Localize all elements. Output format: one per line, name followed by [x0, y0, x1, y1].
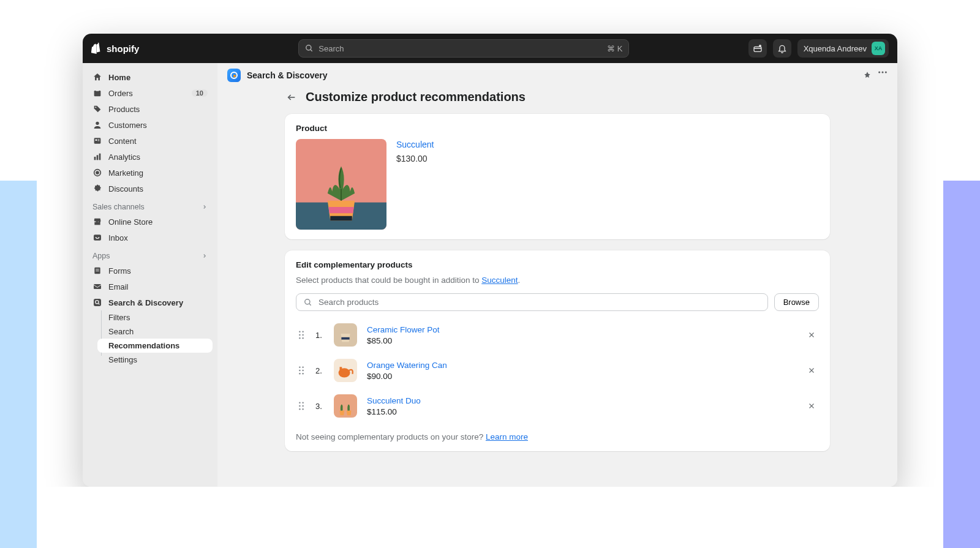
svg-rect-14: [99, 154, 101, 160]
nav-content[interactable]: Content: [88, 133, 213, 149]
nav-orders[interactable]: Orders 10: [88, 85, 213, 101]
email-icon: [92, 282, 102, 291]
svg-point-48: [299, 373, 301, 375]
subnav-filters[interactable]: Filters: [97, 310, 213, 325]
nav-online-store[interactable]: Online Store: [88, 214, 213, 230]
tag-icon: [92, 104, 102, 114]
nav-marketing[interactable]: Marketing: [88, 165, 213, 181]
back-button[interactable]: [285, 91, 298, 104]
close-icon: [808, 367, 815, 374]
mailbox-icon[interactable]: [748, 39, 767, 58]
user-name: Xquenda Andreev: [804, 44, 867, 53]
item-order: 2.: [315, 366, 324, 375]
svg-rect-52: [340, 367, 342, 372]
product-image: [296, 139, 386, 230]
complementary-item: 1. Ceramic Flower Pot$85.00: [296, 317, 819, 353]
svg-point-3: [759, 45, 761, 47]
nav-home[interactable]: Home: [88, 69, 213, 85]
nav-customers[interactable]: Customers: [88, 117, 213, 133]
svg-rect-17: [94, 222, 100, 225]
svg-rect-23: [94, 299, 101, 306]
more-icon[interactable]: [878, 71, 888, 73]
search-icon: [304, 298, 312, 307]
search-shortcut: ⌘ K: [607, 44, 622, 53]
helper-product-link[interactable]: Succulent: [481, 276, 518, 285]
item-link[interactable]: Orange Watering Can: [367, 361, 447, 370]
remove-button[interactable]: [807, 401, 816, 411]
svg-point-60: [302, 408, 304, 410]
item-price: $115.00: [367, 407, 421, 416]
svg-point-49: [302, 373, 304, 375]
orders-icon: [92, 88, 102, 98]
chart-icon: [92, 152, 102, 162]
browse-button[interactable]: Browse: [774, 293, 819, 311]
svg-rect-20: [96, 269, 99, 269]
product-link[interactable]: Succulent: [396, 140, 434, 149]
product-price: $130.00: [396, 154, 434, 163]
svg-rect-18: [94, 235, 101, 240]
svg-point-55: [299, 402, 301, 403]
app-icon: [227, 69, 241, 82]
subnav-settings[interactable]: Settings: [97, 353, 213, 367]
remove-button[interactable]: [807, 330, 816, 340]
svg-rect-13: [97, 155, 99, 160]
item-price: $90.00: [367, 372, 447, 381]
pin-icon[interactable]: [863, 71, 872, 80]
svg-rect-12: [94, 157, 96, 160]
item-link[interactable]: Ceramic Flower Pot: [367, 325, 440, 334]
svg-point-39: [302, 337, 304, 339]
svg-point-45: [302, 366, 304, 368]
subnav-search[interactable]: Search: [97, 325, 213, 339]
remove-button[interactable]: [807, 366, 816, 375]
svg-point-26: [878, 71, 880, 73]
nav-analytics[interactable]: Analytics: [88, 149, 213, 165]
subnav-recommendations[interactable]: Recommendations: [97, 339, 213, 353]
svg-rect-21: [96, 271, 99, 271]
svg-point-6: [95, 107, 96, 108]
nav-search-discovery[interactable]: Search & Discovery: [88, 295, 213, 310]
svg-point-32: [305, 299, 310, 304]
svg-point-0: [306, 45, 311, 50]
apps-header[interactable]: Apps: [88, 246, 213, 263]
drag-handle-icon[interactable]: [298, 331, 306, 339]
complementary-card: Edit complementary products Select produ…: [285, 250, 830, 451]
svg-rect-61: [334, 394, 357, 418]
svg-point-36: [299, 334, 301, 336]
target-icon: [92, 168, 102, 178]
drag-handle-icon[interactable]: [298, 402, 306, 410]
item-order: 1.: [315, 331, 324, 340]
item-thumbnail: [334, 359, 357, 382]
complementary-heading: Edit complementary products: [296, 260, 819, 269]
home-icon: [92, 72, 102, 82]
brand-logo[interactable]: shopify: [91, 42, 139, 54]
orders-badge: 10: [192, 89, 208, 97]
svg-point-27: [881, 71, 883, 73]
sales-channels-header[interactable]: Sales channels: [88, 197, 213, 214]
nav-products[interactable]: Products: [88, 101, 213, 117]
svg-rect-5: [96, 89, 99, 91]
content-icon: [92, 136, 102, 146]
nav-inbox[interactable]: Inbox: [88, 230, 213, 246]
chevron-right-icon: [202, 253, 208, 259]
svg-point-38: [299, 337, 301, 339]
svg-rect-8: [94, 138, 101, 143]
close-icon: [808, 331, 815, 339]
svg-point-37: [302, 334, 304, 336]
item-link[interactable]: Succulent Duo: [367, 396, 421, 405]
bell-icon[interactable]: [773, 39, 791, 58]
learn-more-link[interactable]: Learn more: [486, 432, 528, 441]
svg-rect-22: [94, 284, 101, 289]
person-icon: [92, 120, 102, 130]
user-menu[interactable]: Xquenda Andreev XA: [797, 39, 889, 58]
product-search-input[interactable]: Search products: [296, 293, 768, 311]
arrow-left-icon: [287, 92, 296, 102]
search-placeholder: Search: [318, 44, 344, 53]
app-title: Search & Discovery: [247, 70, 328, 80]
nav-email[interactable]: Email: [88, 279, 213, 295]
global-search[interactable]: Search ⌘ K: [298, 39, 629, 58]
main-content: Search & Discovery Customize product rec…: [217, 63, 897, 487]
nav-discounts[interactable]: Discounts: [88, 181, 213, 197]
sidebar: Home Orders 10 Products Customers Conten…: [83, 63, 217, 487]
nav-forms[interactable]: Forms: [88, 263, 213, 279]
drag-handle-icon[interactable]: [298, 366, 306, 375]
